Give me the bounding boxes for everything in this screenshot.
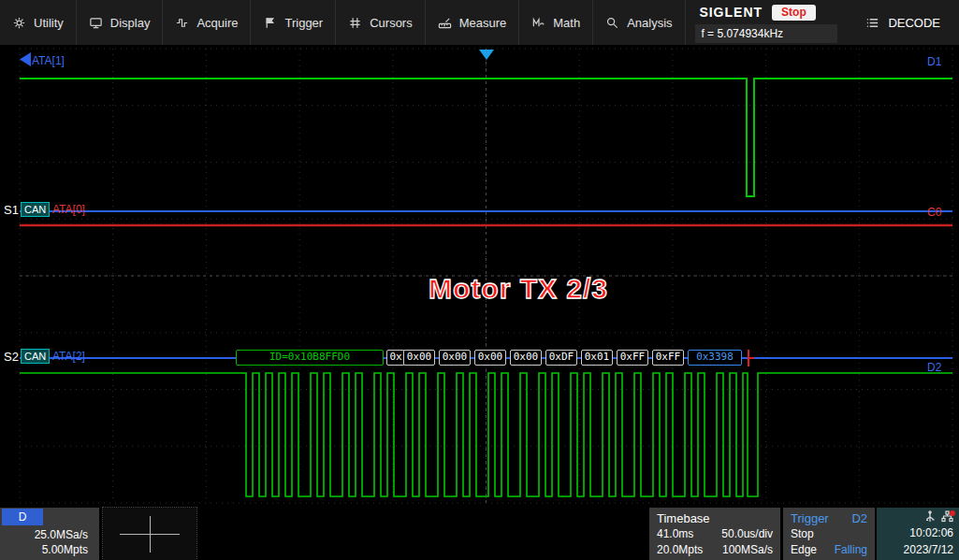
decode-crc-box: 0x3398 xyxy=(688,350,742,366)
decode-menu-button[interactable]: DECODE xyxy=(847,0,959,45)
decode-byte-box: 0x00 xyxy=(510,350,542,366)
menu-item-measure[interactable]: Measure xyxy=(426,0,520,45)
timebase-delay: 41.0ms xyxy=(657,526,693,542)
d1-level-marker[interactable] xyxy=(20,52,31,66)
trigger-type: Edge xyxy=(791,542,817,558)
usb-icon[interactable] xyxy=(924,510,936,524)
magnifier-icon xyxy=(605,16,619,30)
decode-byte-box: 0x xyxy=(386,350,405,366)
decode-button-label: DECODE xyxy=(888,16,940,30)
ruler-icon xyxy=(438,16,452,30)
s1-bus-label: S1 xyxy=(4,203,19,217)
waveform-icon xyxy=(175,16,189,30)
cursors-icon xyxy=(348,16,362,30)
s1-channel-label: C0 xyxy=(927,206,941,219)
menu-item-acquire[interactable]: Acquire xyxy=(163,0,251,45)
decode-byte-box: 0x00 xyxy=(439,350,471,366)
decode-byte-box: 0xFF xyxy=(617,350,648,366)
s1-source-label: ATA[0] xyxy=(52,203,85,216)
decode-end-marker xyxy=(748,350,754,366)
brand-status-block: SIGLENT Stop f = 5.074934kHz xyxy=(695,0,837,45)
menu-item-label: Cursors xyxy=(370,16,413,30)
math-icon xyxy=(531,16,545,30)
menu-item-label: Measure xyxy=(459,16,507,30)
flag-icon xyxy=(263,16,277,30)
trigger-slope: Falling xyxy=(835,542,867,558)
menu-item-utility[interactable]: Utility xyxy=(0,0,77,45)
timebase-sample-rate: 100MSa/s xyxy=(722,542,773,558)
decode-byte-box: 0x00 xyxy=(474,350,506,366)
clock-date: 2023/7/12 xyxy=(882,541,953,558)
timebase-points: 20.0Mpts xyxy=(657,542,703,558)
digital-acquisition-panel[interactable]: D 25.0MSa/s 5.00Mpts xyxy=(0,508,99,560)
s2-source-label: ATA[2] xyxy=(52,350,85,363)
menu-item-label: Acquire xyxy=(196,16,238,30)
status-indicator-dot xyxy=(950,510,955,516)
decode-byte-box: 0xDF xyxy=(545,350,577,366)
s2-bus-label: S2 xyxy=(4,350,19,364)
s2-protocol-badge[interactable]: CAN xyxy=(21,349,50,364)
menu-item-label: Analysis xyxy=(627,16,672,30)
trigger-panel[interactable]: Trigger D2 Stop Edge Falling xyxy=(783,508,875,560)
menu-item-math[interactable]: Math xyxy=(519,0,593,45)
run-state-badge[interactable]: Stop xyxy=(772,5,816,21)
d1-channel-label: D1 xyxy=(927,55,941,68)
menu-item-cursors[interactable]: Cursors xyxy=(336,0,426,45)
list-icon xyxy=(865,16,879,30)
trigger-position-marker[interactable] xyxy=(479,50,494,60)
timebase-scale: 50.0us/div xyxy=(721,526,773,542)
brand-logo: SIGLENT xyxy=(699,5,763,20)
decode-byte-box: 0xFF xyxy=(652,350,684,366)
menu-item-label: Display xyxy=(110,16,151,30)
timebase-title: Timebase xyxy=(657,510,773,526)
top-menu-bar: Utility Display Acquire Trigger Cursors … xyxy=(0,0,959,45)
decode-byte-box: 0x00 xyxy=(403,350,435,366)
menu-item-label: Utility xyxy=(34,16,64,30)
digital-sample-rate: 25.0MSa/s xyxy=(35,528,88,541)
trigger-state: Stop xyxy=(791,526,814,542)
menu-item-trigger[interactable]: Trigger xyxy=(251,0,336,45)
lan-icon[interactable] xyxy=(941,510,953,523)
display-icon xyxy=(89,16,103,30)
trigger-source: D2 xyxy=(851,510,867,526)
trigger-title: Trigger xyxy=(791,510,829,526)
d2-channel-label: D2 xyxy=(927,361,941,374)
menu-item-label: Trigger xyxy=(284,16,323,30)
decode-frame-id-box: ID=0x10B8FFD0 xyxy=(236,350,384,366)
crosshair-icon xyxy=(150,516,151,553)
d1-source-label: ATA[1] xyxy=(32,54,65,67)
gear-icon xyxy=(12,16,26,30)
menu-item-label: Math xyxy=(553,16,580,30)
bottom-status-bar: D 25.0MSa/s 5.00Mpts Timebase 41.0ms 50.… xyxy=(0,506,959,560)
timebase-panel[interactable]: Timebase 41.0ms 50.0us/div 20.0Mpts 100M… xyxy=(649,508,780,560)
digital-channels-tab[interactable]: D xyxy=(2,509,43,525)
clock-time: 10:02:06 xyxy=(882,524,953,541)
menu-item-display[interactable]: Display xyxy=(77,0,164,45)
s1-protocol-badge[interactable]: CAN xyxy=(21,202,50,217)
decode-byte-box: 0x01 xyxy=(581,350,613,366)
annotation-overlay-text: Motor TX 2/3 xyxy=(429,273,608,305)
menu-item-analysis[interactable]: Analysis xyxy=(593,0,685,45)
position-crosshair-widget[interactable] xyxy=(103,508,196,560)
clock-panel: 10:02:06 2023/7/12 xyxy=(877,508,959,560)
frequency-readout: f = 5.074934kHz xyxy=(695,24,837,43)
digital-memory-depth: 5.00Mpts xyxy=(42,543,88,556)
